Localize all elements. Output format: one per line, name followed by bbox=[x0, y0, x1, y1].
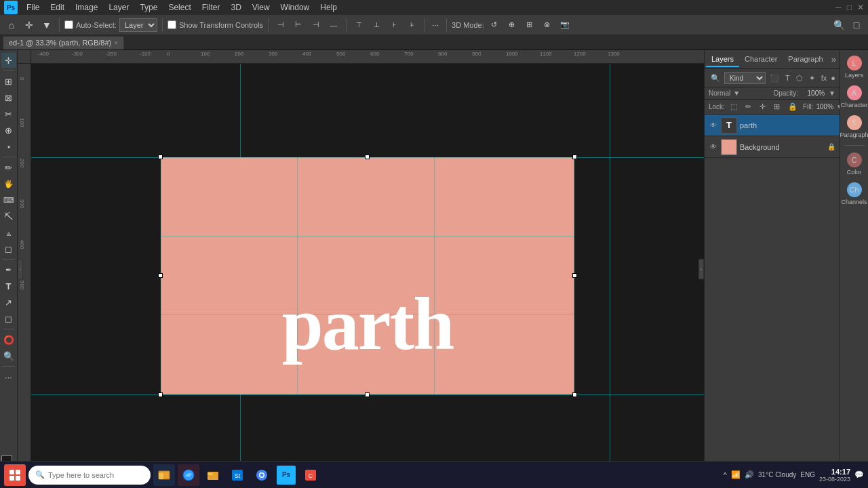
3d-camera-btn[interactable]: 📷 bbox=[557, 18, 572, 33]
taskbar-ps[interactable]: Ps bbox=[275, 464, 297, 486]
shape-tool[interactable]: ◻ bbox=[1, 311, 16, 326]
align-center-btn[interactable]: ⊢ bbox=[291, 18, 306, 33]
far-right-layers[interactable]: L Layers bbox=[842, 53, 867, 81]
gradient-tool[interactable]: ⟁ bbox=[1, 225, 16, 240]
blend-dropdown-arrow[interactable]: ▼ bbox=[733, 89, 740, 97]
align-left-btn[interactable]: ⊣ bbox=[273, 18, 288, 33]
3d-pan-btn[interactable]: ⊕ bbox=[505, 18, 519, 33]
lock-all-icon[interactable]: 🔒 bbox=[785, 101, 800, 113]
align-right-btn[interactable]: ⊣ bbox=[309, 18, 323, 33]
panel-expand-btn[interactable]: » bbox=[829, 53, 839, 66]
pixel-filter-icon[interactable]: ⬛ bbox=[768, 73, 781, 84]
dist-bot-btn[interactable]: ⊦ bbox=[387, 18, 401, 33]
zoom-tool[interactable]: 🔍 bbox=[1, 348, 16, 363]
far-right-paragraph[interactable]: ¶ Paragraph bbox=[842, 113, 867, 141]
heal-tool[interactable]: ⌨ bbox=[1, 192, 16, 207]
document-tab[interactable]: ed-1 @ 33.3% (parth, RGB/8#) × bbox=[3, 36, 124, 49]
lock-artboards-icon[interactable]: ⊞ bbox=[771, 101, 783, 113]
dist-mid-btn[interactable]: ⊥ bbox=[369, 18, 384, 33]
taskbar-chrome[interactable] bbox=[251, 464, 273, 486]
maximize-btn[interactable]: □ bbox=[847, 3, 852, 12]
layer-background[interactable]: 👁 Background 🔒 bbox=[705, 136, 840, 158]
filter-kind-dropdown[interactable]: Kind bbox=[724, 72, 766, 84]
text-tool[interactable]: T bbox=[1, 279, 16, 293]
smart-filter-icon[interactable]: ✦ bbox=[807, 73, 817, 84]
tab-layers[interactable]: Layers bbox=[706, 52, 739, 67]
menu-edit[interactable]: Edit bbox=[45, 1, 69, 14]
collapse-right-btn[interactable]: › bbox=[698, 259, 704, 279]
collapse-left[interactable]: ‹ bbox=[18, 259, 23, 279]
handle-bl[interactable] bbox=[158, 392, 163, 397]
crop-tool[interactable]: ⊕ bbox=[1, 123, 16, 138]
3d-extra-btn[interactable]: ⊗ bbox=[540, 18, 555, 33]
quick-select-tool[interactable]: ✂ bbox=[1, 106, 16, 121]
taskbar-edge[interactable] bbox=[178, 464, 199, 486]
taskbar-folder[interactable] bbox=[202, 464, 224, 486]
lock-transparent-icon[interactable]: ⬚ bbox=[728, 101, 740, 113]
sys-tray-expand[interactable]: ^ bbox=[724, 471, 727, 479]
handle-tl[interactable] bbox=[158, 155, 163, 159]
far-right-character[interactable]: A Character bbox=[842, 83, 867, 111]
collapse-left-btn[interactable]: ‹ bbox=[18, 259, 23, 279]
3d-rotate-btn[interactable]: ↺ bbox=[487, 18, 502, 33]
shape-filter-icon[interactable]: ⬠ bbox=[794, 73, 805, 84]
handle-br[interactable] bbox=[572, 392, 577, 397]
menu-filter[interactable]: Filter bbox=[197, 1, 225, 14]
taskbar-store[interactable]: St bbox=[226, 464, 248, 486]
eraser-tool[interactable]: ⛏ bbox=[1, 209, 16, 224]
more-options-btn[interactable]: ··· bbox=[429, 19, 441, 31]
handle-mr[interactable] bbox=[572, 273, 577, 278]
far-right-color[interactable]: C Color bbox=[842, 150, 867, 178]
dodge-tool[interactable]: ◻ bbox=[1, 241, 16, 256]
auto-select-checkbox[interactable] bbox=[64, 20, 73, 29]
handle-tr[interactable] bbox=[572, 155, 577, 159]
menu-image[interactable]: Image bbox=[71, 1, 102, 14]
path-tool[interactable]: ↗ bbox=[1, 295, 16, 310]
align-mid-btn[interactable]: — bbox=[326, 18, 341, 33]
lock-image-icon[interactable]: ✏ bbox=[743, 101, 754, 113]
tab-close-btn[interactable]: × bbox=[114, 39, 118, 47]
tab-paragraph[interactable]: Paragraph bbox=[783, 52, 828, 67]
marquee-tool[interactable]: ⊞ bbox=[1, 74, 16, 89]
more-tools[interactable]: ··· bbox=[1, 369, 16, 384]
eyedropper-tool[interactable]: ⋆ bbox=[1, 139, 16, 154]
collapse-right[interactable]: › bbox=[698, 259, 704, 279]
lasso-tool[interactable]: ⊠ bbox=[1, 90, 16, 105]
filter-toggle[interactable]: ● bbox=[831, 74, 835, 82]
dist-top-btn[interactable]: ⊤ bbox=[351, 18, 366, 33]
stamp-tool[interactable]: 🖐 bbox=[1, 176, 16, 191]
menu-layer[interactable]: Layer bbox=[104, 1, 134, 14]
menu-select[interactable]: Select bbox=[163, 1, 195, 14]
minimize-btn[interactable]: ─ bbox=[835, 3, 842, 12]
home-btn[interactable]: ⌂ bbox=[4, 18, 19, 33]
search-btn[interactable]: 🔍 bbox=[831, 18, 846, 33]
menu-file[interactable]: File bbox=[22, 1, 44, 14]
move-tool-btn[interactable]: ✛ bbox=[22, 18, 37, 33]
start-button[interactable] bbox=[4, 464, 26, 486]
tab-character[interactable]: Character bbox=[739, 52, 783, 67]
far-right-channels[interactable]: Ch Channels bbox=[842, 180, 867, 208]
lock-position-icon[interactable]: ✛ bbox=[757, 101, 768, 113]
taskbar-app6[interactable]: C bbox=[300, 464, 321, 486]
auto-select-dropdown[interactable]: Layer bbox=[119, 18, 157, 32]
handle-tm[interactable] bbox=[365, 155, 370, 159]
taskbar-search-bar[interactable]: 🔍 bbox=[28, 466, 151, 485]
effect-filter-icon[interactable]: fx bbox=[819, 73, 829, 83]
dist-right-btn[interactable]: ⊧ bbox=[404, 18, 419, 33]
move-tool[interactable]: ✛ bbox=[1, 53, 16, 68]
notification-btn[interactable]: 💬 bbox=[854, 470, 864, 479]
brush-tool[interactable]: ✏ bbox=[1, 160, 16, 175]
menu-view[interactable]: View bbox=[248, 1, 275, 14]
menu-3d[interactable]: 3D bbox=[226, 1, 245, 14]
menu-type[interactable]: Type bbox=[135, 1, 162, 14]
layer-eye-background[interactable]: 👁 bbox=[709, 142, 718, 152]
3d-walk-btn[interactable]: ⊞ bbox=[522, 18, 537, 33]
hand-tool[interactable]: ⭕ bbox=[1, 332, 16, 347]
close-btn[interactable]: ✕ bbox=[857, 3, 864, 12]
tool-dropdown-btn[interactable]: ▼ bbox=[39, 18, 54, 33]
taskbar-explorer[interactable] bbox=[153, 464, 175, 486]
opacity-dropdown-arrow[interactable]: ▼ bbox=[829, 89, 835, 97]
menu-help[interactable]: Help bbox=[315, 1, 342, 14]
transform-checkbox[interactable] bbox=[167, 20, 176, 29]
taskbar-search-input[interactable] bbox=[48, 471, 143, 479]
